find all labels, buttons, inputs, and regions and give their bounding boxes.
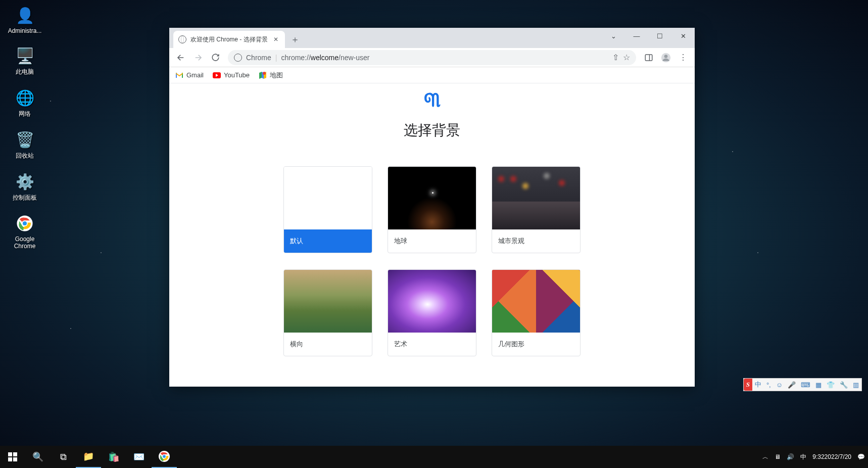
page-heading: 选择背景	[404, 121, 460, 140]
start-button[interactable]	[0, 446, 25, 468]
tray-volume-icon[interactable]: 🔊	[784, 446, 797, 468]
computer-icon: 🖥️	[15, 45, 35, 66]
icon-label: 此电脑	[16, 68, 34, 76]
network-icon: 🌐	[15, 87, 35, 108]
recycle-bin-icon: 🗑️	[15, 129, 35, 150]
card-art[interactable]: 艺术	[388, 269, 476, 356]
ime-toolbox-icon[interactable]: 🔧	[837, 379, 850, 391]
svg-point-6	[664, 55, 668, 58]
card-cityscape[interactable]: 城市景观	[492, 166, 581, 253]
tray-display-icon[interactable]: 🖥	[771, 446, 784, 468]
bookmarks-bar: Gmail YouTube 地图	[169, 67, 695, 83]
titlebar[interactable]: 欢迎使用 Chrome - 选择背景 ✕ ＋ ⌄ — ☐ ✕	[169, 28, 695, 48]
ime-pin-icon[interactable]: 👕	[824, 379, 837, 391]
card-default[interactable]: 默认	[283, 166, 372, 253]
card-label: 艺术	[388, 333, 476, 356]
bookmark-gmail[interactable]: Gmail	[175, 71, 204, 79]
card-geometric[interactable]: 几何图形	[492, 269, 581, 356]
clock-date: 2022/7/20	[825, 453, 851, 460]
maximize-button[interactable]: ☐	[648, 28, 671, 44]
tab-title: 欢迎使用 Chrome - 选择背景	[190, 35, 268, 44]
svg-rect-12	[13, 457, 17, 461]
ime-toolbar[interactable]: S 中 °, ☺ 🎤 ⌨ ▦ 👕 🔧 ▥	[743, 378, 862, 391]
taskbar-clock[interactable]: 9:32 2022/7/20	[809, 446, 854, 468]
back-button[interactable]	[173, 50, 188, 65]
forward-button	[190, 50, 206, 65]
desktop-icon-chrome[interactable]: Google Chrome	[5, 213, 44, 250]
window-dropdown-icon[interactable]: ⌄	[602, 28, 625, 44]
desktop-icon-this-pc[interactable]: 🖥️此电脑	[5, 45, 44, 76]
site-info-icon[interactable]	[234, 54, 242, 62]
reload-button[interactable]	[208, 50, 223, 65]
address-bar[interactable]: Chrome | chrome://welcome/new-user ⇧ ☆	[228, 50, 636, 65]
control-panel-icon: ⚙️	[15, 171, 35, 192]
desktop-icons: 👤Administra... 🖥️此电脑 🌐网络 🗑️回收站 ⚙️控制面板 Go…	[5, 5, 44, 250]
close-window-button[interactable]: ✕	[671, 28, 695, 44]
user-icon: 👤	[15, 5, 35, 25]
icon-label: 回收站	[16, 152, 34, 160]
tray-chevron-up-icon[interactable]: ︿	[759, 446, 771, 468]
sogou-icon[interactable]: S	[744, 379, 752, 391]
thumb-land	[284, 270, 372, 333]
ime-skin-icon[interactable]: ▦	[813, 379, 824, 391]
ime-mic-icon[interactable]: 🎤	[785, 379, 798, 391]
desktop-icon-control-panel[interactable]: ⚙️控制面板	[5, 171, 44, 202]
thumb-city	[492, 167, 580, 229]
url-bold: welcome	[311, 54, 339, 62]
thumb-default	[284, 167, 372, 229]
ime-menu-icon[interactable]: ▥	[850, 379, 861, 391]
svg-rect-9	[8, 452, 12, 456]
taskbar: 🔍 ⧉ 📁 🛍️ ✉️ ︿ 🖥 🔊 中 9:32 2022/7/20 💬	[0, 446, 868, 468]
bookmark-maps[interactable]: 地图	[259, 71, 283, 80]
svg-rect-3	[645, 55, 652, 61]
profile-button[interactable]	[658, 50, 673, 65]
menu-button[interactable]: ⋮	[676, 50, 691, 65]
page-content[interactable]: ୩ 选择背景 默认 地球 城市景观 横向 艺术 几何图形 跳过 下一步›	[169, 83, 695, 387]
search-button[interactable]: 🔍	[25, 446, 51, 468]
taskbar-chrome[interactable]	[152, 446, 177, 468]
svg-point-8	[263, 72, 266, 75]
bookmark-star-icon[interactable]: ☆	[623, 53, 630, 62]
ime-keyboard-icon[interactable]: ⌨	[798, 379, 813, 391]
clock-time: 9:32	[812, 453, 824, 460]
ime-punct-icon[interactable]: °,	[764, 379, 774, 391]
task-view-button[interactable]: ⧉	[51, 446, 76, 468]
taskbar-mail[interactable]: ✉️	[126, 446, 152, 468]
close-tab-icon[interactable]: ✕	[272, 36, 280, 43]
ime-lang[interactable]: 中	[752, 379, 764, 391]
bookmark-youtube[interactable]: YouTube	[213, 71, 250, 79]
maps-icon	[259, 71, 267, 79]
desktop-icon-network[interactable]: 🌐网络	[5, 87, 44, 118]
desktop-icon-administrator[interactable]: 👤Administra...	[5, 5, 44, 34]
card-earth[interactable]: 地球	[388, 166, 476, 253]
minimize-button[interactable]: —	[625, 28, 648, 44]
bookmark-label: YouTube	[224, 71, 250, 79]
card-landscape[interactable]: 横向	[283, 269, 372, 356]
card-label: 地球	[388, 229, 476, 253]
side-panel-button[interactable]	[641, 50, 656, 65]
new-tab-button[interactable]: ＋	[288, 32, 302, 46]
tray-ime-indicator[interactable]: 中	[797, 446, 809, 468]
card-label: 几何图形	[492, 333, 580, 356]
desktop-icon-recycle-bin[interactable]: 🗑️回收站	[5, 129, 44, 160]
icon-label: Google Chrome	[5, 236, 44, 250]
taskbar-store[interactable]: 🛍️	[101, 446, 126, 468]
card-label: 城市景观	[492, 229, 580, 253]
chrome-window: 欢迎使用 Chrome - 选择背景 ✕ ＋ ⌄ — ☐ ✕ Chrome | …	[169, 28, 695, 387]
url-scheme: Chrome	[246, 54, 271, 62]
icon-label: 控制面板	[13, 194, 37, 202]
gmail-icon	[175, 71, 183, 79]
background-grid: 默认 地球 城市景观 横向 艺术 几何图形	[283, 166, 581, 356]
chrome-icon	[15, 213, 35, 233]
thumb-art	[388, 270, 476, 333]
thumb-geo	[492, 270, 580, 333]
toolbar: Chrome | chrome://welcome/new-user ⇧ ☆ ⋮	[169, 48, 695, 67]
ime-emoji-icon[interactable]: ☺	[774, 379, 785, 391]
card-label: 默认	[284, 229, 372, 253]
system-tray: ︿ 🖥 🔊 中 9:32 2022/7/20 💬	[759, 446, 868, 468]
taskbar-explorer[interactable]: 📁	[76, 446, 101, 468]
action-center-icon[interactable]: 💬	[854, 446, 868, 468]
browser-tab[interactable]: 欢迎使用 Chrome - 选择背景 ✕	[173, 31, 285, 48]
share-icon[interactable]: ⇧	[612, 53, 619, 62]
url-prefix: chrome://	[281, 54, 310, 62]
